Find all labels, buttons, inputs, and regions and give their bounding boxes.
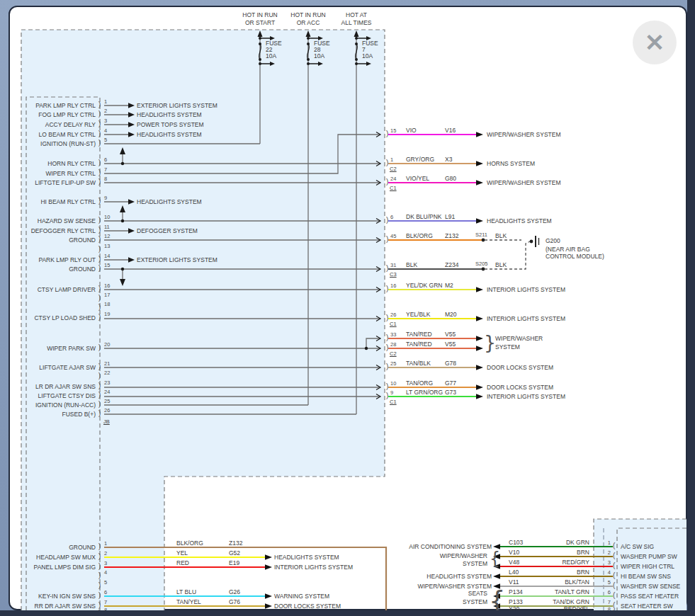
jb-pin-number: 24 bbox=[104, 389, 110, 395]
diagram-page: HOT IN RUN OR START FUSE 22 10A HOT IN R… bbox=[0, 0, 695, 616]
pin-bracket: ) bbox=[386, 344, 388, 351]
pin-bracket: ( bbox=[613, 542, 615, 549]
right-pin-number: 1 bbox=[390, 156, 393, 163]
system-label: WARNING SYSTEM bbox=[274, 593, 329, 600]
right-pin-number: 31 bbox=[390, 262, 396, 268]
system-label: HEADLIGHTS SYSTEM bbox=[364, 573, 492, 580]
jb-pin-label: CTSY LAMP DRIVER bbox=[10, 286, 96, 293]
wire-color-label: BRN bbox=[538, 549, 589, 556]
pin-bracket: ) bbox=[386, 392, 388, 399]
jb-pin-number: 9 bbox=[104, 195, 107, 201]
system-label: AIR CONDITIONING SYSTEM bbox=[364, 543, 492, 550]
wire-color-label: VIO/YEL bbox=[406, 175, 429, 182]
pin-bracket: ) bbox=[98, 410, 101, 417]
right-pin-number: 6 bbox=[390, 214, 393, 220]
system-label: POWER TOPS SYSTEM bbox=[137, 121, 204, 128]
right-pin-number: 16 bbox=[390, 283, 396, 289]
ground-note: CONTROL MODULE) bbox=[546, 253, 604, 260]
jb-pin-number: 26 bbox=[104, 407, 110, 413]
pin-bracket: ) bbox=[98, 159, 101, 166]
jb-pin-label: FOG LMP RLY CTRL bbox=[10, 111, 96, 118]
pin-bracket: ) bbox=[98, 285, 101, 292]
pin-bracket: ( bbox=[613, 582, 615, 589]
system-label: HEADLIGHTS SYSTEM bbox=[137, 198, 202, 205]
wire-color-label: LT BLU bbox=[176, 588, 196, 595]
system-label: SYSTEM bbox=[394, 598, 487, 605]
jb-pin-label: CTSY LP LOAD SHED bbox=[10, 314, 96, 321]
pin-bracket: ( bbox=[613, 552, 615, 559]
wire-color-label: BLK bbox=[495, 232, 507, 239]
jb-pin-number: 17 bbox=[104, 292, 110, 298]
jb-pin-label: WIPER PARK SW bbox=[10, 345, 96, 352]
ground-icon bbox=[530, 236, 539, 247]
bl-pin-label: KEY-IN IGN SW SNS bbox=[10, 593, 96, 600]
jb-pin-label: HAZARD SW SENSE bbox=[10, 217, 96, 224]
wire-color-label: BLK/ORG bbox=[406, 232, 433, 239]
circuit-id: G76 bbox=[229, 598, 240, 605]
right-pin-number: 15 bbox=[390, 127, 396, 134]
right-pin-number: 28 bbox=[390, 341, 396, 348]
pin-bracket: ) bbox=[98, 256, 101, 263]
circuit-id: G78 bbox=[445, 360, 456, 367]
br-pin-label: WASHER PUMP SW bbox=[621, 553, 677, 560]
wire-color-label: TAN/RED bbox=[406, 341, 432, 348]
bl-pin-number: 8 bbox=[104, 607, 107, 613]
right-pin-number: 26 bbox=[390, 312, 396, 318]
br-pin-number: 7 bbox=[599, 599, 611, 605]
jb-pin-number: 14 bbox=[104, 253, 110, 259]
jb-pin-number: 12 bbox=[104, 233, 110, 239]
bl-pin-number: 6 bbox=[104, 589, 107, 595]
system-label: INTERIOR LIGHTS SYSTEM bbox=[487, 393, 565, 400]
br-pin-number: 2 bbox=[599, 549, 611, 556]
connector-id: C1 bbox=[390, 399, 397, 405]
pin-bracket: ) bbox=[98, 178, 101, 186]
jb-pin-label: ACCY DELAY RLY bbox=[10, 121, 96, 128]
close-button[interactable]: ✕ bbox=[633, 21, 677, 64]
fuse-amps: 10A bbox=[362, 52, 373, 59]
pin-bracket: ) bbox=[386, 334, 388, 341]
system-label: DOOR LOCKS SYSTEM bbox=[487, 384, 553, 391]
system-label: DOOR LOCKS SYSTEM bbox=[274, 603, 341, 610]
jb-pin-label: IGNITION (RUN-ACC) bbox=[10, 401, 96, 409]
jb-pin-number: 16 bbox=[104, 283, 110, 289]
pin-bracket: ) bbox=[386, 314, 388, 321]
splice-label: S211 bbox=[475, 232, 487, 238]
system-label: EXTERIOR LIGHTS SYSTEM bbox=[137, 102, 217, 109]
br-pin-label: HI BEAM SW SNS bbox=[621, 573, 671, 580]
pin-bracket: ) bbox=[98, 295, 101, 302]
system-label: WIPER/WASHER SYSTEM bbox=[487, 131, 561, 138]
close-icon: ✕ bbox=[645, 28, 665, 57]
jb-pin-label: GROUND bbox=[10, 236, 96, 244]
pin-bracket: ) bbox=[98, 592, 101, 599]
bl-pin-number: 4 bbox=[104, 569, 107, 576]
ground-label: G200 bbox=[546, 237, 560, 244]
circuit-id: G52 bbox=[229, 549, 240, 557]
wire-color-label: YEL/BLK bbox=[406, 311, 431, 318]
system-label: WIPER/WASHER bbox=[495, 335, 543, 342]
right-pin-number: 45 bbox=[390, 233, 396, 239]
bl-pin-label: PANEL LMPS DIM SIG bbox=[10, 564, 96, 571]
pin-bracket: ) bbox=[386, 217, 388, 224]
pin-bracket: ) bbox=[386, 159, 388, 166]
wire-color-label: BRN bbox=[538, 569, 589, 576]
wire-color-label: TAN/DK GRN bbox=[538, 598, 589, 605]
jb-pin-label: LIFTGTE FLIP-UP SW bbox=[10, 179, 96, 186]
ground-dashed-wires bbox=[485, 240, 530, 269]
pin-bracket: ) bbox=[98, 246, 101, 253]
jb-pin-number: 21 bbox=[104, 360, 110, 367]
circuit-id: V10 bbox=[509, 549, 519, 556]
pin-bracket: ) bbox=[98, 610, 101, 616]
pin-bracket: ) bbox=[386, 130, 388, 137]
circuit-id: M20 bbox=[445, 311, 457, 318]
circuit-id: X3 bbox=[445, 156, 452, 163]
jb-pin-number: 6 bbox=[104, 156, 107, 163]
jb-pin-label: LO BEAM RLY CTRL bbox=[10, 131, 96, 138]
pin-bracket: ( bbox=[613, 572, 615, 579]
system-label: SYSTEM bbox=[495, 343, 520, 350]
jb-pin-label: FUSED B(+) bbox=[10, 411, 96, 418]
jb-pin-label: LIFTGATE AJAR SW bbox=[10, 364, 96, 371]
pin-bracket: ) bbox=[98, 101, 101, 108]
jb-pin-number: 18 bbox=[104, 301, 110, 307]
system-label: INTERIOR LIGHTS SYSTEM bbox=[487, 315, 565, 322]
jb-pin-number: 23 bbox=[104, 380, 110, 386]
